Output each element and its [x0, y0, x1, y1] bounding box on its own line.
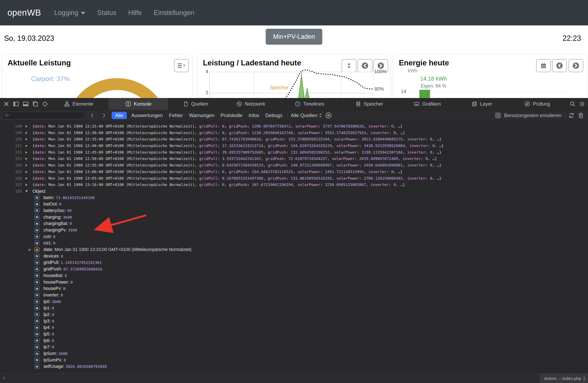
console-prompt[interactable]: › [3, 375, 5, 381]
calendar-button[interactable] [536, 59, 551, 72]
number-type-badge: N [35, 299, 39, 304]
console-search-input[interactable] [11, 113, 82, 118]
console-search-field[interactable] [2, 112, 84, 119]
console-back-button[interactable] [88, 112, 96, 119]
expand-triangle-icon[interactable]: ▶ [25, 155, 28, 162]
console-row[interactable]: 148▶{date: Mon Jan 01 1900 12:25:00 GMT+… [0, 123, 588, 130]
property-name: lp2: [43, 312, 52, 317]
property-name: co0: [43, 234, 53, 239]
console-row-expanded-object[interactable]: 158▼Object [0, 188, 588, 195]
filter-pill-protokolle[interactable]: Protokolle [219, 112, 244, 119]
tab-label: Layer [480, 101, 492, 107]
console-row[interactable]: 149▶{date: Mon Jan 01 1900 12:30:00 GMT+… [0, 130, 588, 136]
console-row[interactable]: 150▶{date: Mon Jan 01 1900 12:35:00 GMT+… [0, 136, 588, 142]
multiple-tabs-icon[interactable] [32, 101, 38, 107]
expand-triangle-icon[interactable]: ▶ [25, 142, 28, 149]
console-row[interactable]: 155▶{date: Mon Jan 01 1900 13:00:00 GMT+… [0, 169, 588, 175]
console-row[interactable]: 154▶{date: Mon Jan 01 1900 12:55:00 GMT+… [0, 162, 588, 169]
top-navbar: openWB LoggingStatusHilfeEinstellungen [0, 0, 588, 25]
dock-side-icon[interactable] [13, 101, 19, 107]
expand-triangle-icon[interactable]: ▶ [25, 136, 28, 142]
console-forward-button[interactable] [100, 112, 108, 119]
refresh-icon[interactable] [568, 112, 574, 119]
network-icon [236, 101, 242, 107]
console-row[interactable]: 153▶{date: Mon Jan 01 1900 12:50:00 GMT+… [0, 155, 588, 162]
console-log-area[interactable]: 148▶{date: Mon Jan 01 1900 12:25:00 GMT+… [0, 121, 588, 374]
search-icon[interactable] [569, 101, 576, 107]
property-name: gridPush: [43, 266, 63, 271]
nav-item-status[interactable]: Status [97, 9, 117, 17]
expand-triangle-icon[interactable]: ▶ [25, 175, 28, 182]
filter-pill-alle[interactable]: Alle [112, 112, 127, 119]
tab-speicher[interactable]: Speicher [340, 98, 399, 110]
tab-quellen[interactable]: Quellen [168, 98, 223, 110]
expand-triangle-icon[interactable]: ▶ [25, 123, 28, 130]
property-value: 0 [70, 222, 72, 226]
number-type-badge: N [35, 293, 39, 298]
property-value: 99 [67, 208, 72, 213]
property-name: houseBat: [43, 273, 65, 278]
console-row[interactable]: 151▶{date: Mon Jan 01 1900 12:40:00 GMT+… [0, 142, 588, 149]
gear-icon[interactable] [579, 101, 585, 107]
object-property-row-lp0: Nlp0: 3600 [0, 299, 588, 305]
expand-triangle-icon[interactable]: ▶ [25, 181, 28, 188]
sources-dropdown[interactable]: Alle Quellen [291, 113, 322, 118]
nav-item-label: Logging [54, 9, 78, 17]
inspector-tabbar-right [567, 98, 588, 110]
element-picker-icon[interactable] [42, 101, 48, 107]
property-name: lp4: [43, 325, 52, 330]
filter-pill-fehler[interactable]: Fehler [167, 112, 185, 119]
message-grouping-icon[interactable] [325, 112, 332, 119]
expand-triangle-icon[interactable]: ▶ [25, 149, 28, 156]
clear-console-trash-icon[interactable] [578, 112, 584, 119]
nav-item-hilfe[interactable]: Hilfe [128, 9, 142, 17]
charge-mode-button[interactable]: Min+PV-Laden [266, 29, 322, 45]
property-value: 3600 [52, 300, 61, 304]
object-property-row-gridPull: NgridPull: 1.1451437452342361 [0, 259, 588, 266]
energy-gridline [408, 91, 570, 92]
execution-context-label: Autom. – index.php [544, 376, 581, 381]
filter-pill-infos[interactable]: Infos [247, 112, 261, 119]
tab-label: Grafiken [422, 101, 441, 107]
console-row[interactable]: 152▶{date: Mon Jan 01 1900 12:45:00 GMT+… [0, 149, 588, 156]
expand-triangle-icon[interactable]: ▶ [25, 162, 28, 169]
tab-netzwerk[interactable]: Netzwerk [223, 98, 279, 110]
console-row[interactable]: 157▶{date: Mon Jan 01 1900 13:10:00 GMT+… [0, 181, 588, 188]
emulate-user-gestures-checkbox[interactable] [495, 113, 501, 118]
nav-item-einstellungen[interactable]: Einstellungen [154, 9, 194, 17]
tab-grafiken[interactable]: Grafiken [399, 98, 456, 110]
object-property-row-lp2: Nlp2: 0 [0, 311, 588, 318]
collapse-triangle-icon[interactable]: ▼ [25, 188, 28, 195]
expand-triangle-icon[interactable]: ▶ [29, 246, 31, 253]
property-value: 0 [63, 286, 65, 291]
tab-timelines[interactable]: Timelines [279, 98, 340, 110]
expand-triangle-icon[interactable]: ▶ [25, 169, 28, 175]
up-down-chevrons-icon [583, 376, 586, 381]
energy-prev-button[interactable] [552, 59, 567, 72]
tab-prüfung[interactable]: Prüfung [508, 98, 567, 110]
tab-konsole[interactable]: ΣKonsole [108, 98, 168, 110]
console-input-bar[interactable]: › Autom. – index.php [0, 374, 588, 383]
filter-pill-warnungen[interactable]: Warnungen [188, 112, 216, 119]
tab-layer[interactable]: Layer [456, 98, 508, 110]
execution-context-picker[interactable]: Autom. – index.php [540, 374, 588, 383]
chevron-down-icon [81, 12, 85, 15]
tab-elemente[interactable]: Elemente [49, 98, 108, 110]
property-value: 0 [52, 312, 54, 317]
console-row[interactable]: 156▶{date: Mon Jan 01 1900 13:05:00 GMT+… [0, 175, 588, 182]
number-type-badge: N [35, 215, 39, 220]
filter-pill-auswertungen[interactable]: Auswertungen [130, 112, 164, 119]
number-type-badge: N [35, 234, 39, 239]
close-icon[interactable] [3, 101, 9, 107]
property-name: gridPull: [43, 260, 61, 265]
property-name: devices: [43, 254, 61, 259]
nav-item-logging[interactable]: Logging [54, 9, 85, 17]
current-time: 22:23 [563, 34, 581, 43]
energy-next-button[interactable] [568, 59, 583, 72]
expand-triangle-icon[interactable]: ▶ [25, 130, 28, 136]
dock-bottom-icon[interactable] [22, 101, 29, 107]
object-property-row-date[interactable]: ▶Odate: Mon Jan 01 1900 13:15:00 GMT+010… [0, 246, 588, 253]
filter-pill-debugs[interactable]: Debugs [264, 112, 284, 119]
console-filter-pills: AlleAuswertungenFehlerWarnungenProtokoll… [112, 112, 284, 119]
property-name: lpSumPv: [43, 358, 63, 363]
